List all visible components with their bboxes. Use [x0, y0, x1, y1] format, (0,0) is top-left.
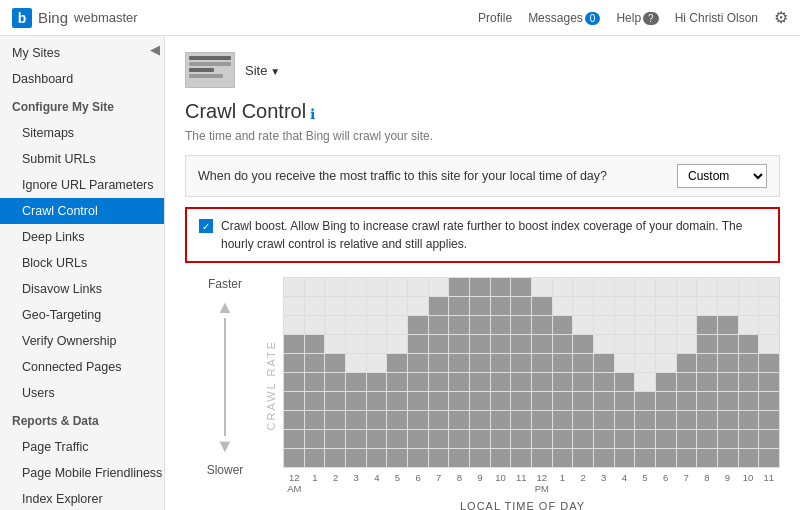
chart-cell[interactable]: [759, 373, 779, 391]
chart-cell[interactable]: [553, 335, 573, 353]
chart-cell[interactable]: [346, 278, 366, 296]
chart-cell[interactable]: [305, 411, 325, 429]
chart-cell[interactable]: [615, 373, 635, 391]
traffic-dropdown[interactable]: Custom Morning Afternoon Evening Night: [677, 164, 767, 188]
chart-cell[interactable]: [594, 392, 614, 410]
chart-cell[interactable]: [739, 316, 759, 334]
chart-cell[interactable]: [491, 449, 511, 467]
chart-cell[interactable]: [635, 316, 655, 334]
chart-cell[interactable]: [573, 278, 593, 296]
chart-cell[interactable]: [656, 297, 676, 315]
sidebar-item-configure-my-site[interactable]: Configure My Site: [0, 92, 164, 120]
chart-cell[interactable]: [615, 392, 635, 410]
chart-cell[interactable]: [346, 449, 366, 467]
chart-cell[interactable]: [284, 449, 304, 467]
chart-cell[interactable]: [408, 297, 428, 315]
chart-cell[interactable]: [284, 354, 304, 372]
chart-cell[interactable]: [449, 297, 469, 315]
chart-cell[interactable]: [325, 316, 345, 334]
chart-cell[interactable]: [325, 297, 345, 315]
chart-cell[interactable]: [325, 449, 345, 467]
sidebar-item-page-mobile-friendliness[interactable]: Page Mobile Friendliness: [0, 460, 164, 486]
chart-cell[interactable]: [429, 411, 449, 429]
chart-cell[interactable]: [697, 373, 717, 391]
chart-cell[interactable]: [615, 297, 635, 315]
chart-cell[interactable]: [305, 297, 325, 315]
chart-cell[interactable]: [470, 297, 490, 315]
sidebar-item-sitemaps[interactable]: Sitemaps: [0, 120, 164, 146]
chart-cell[interactable]: [697, 297, 717, 315]
chart-cell[interactable]: [367, 392, 387, 410]
site-name[interactable]: Site: [245, 63, 280, 78]
chart-cell[interactable]: [759, 411, 779, 429]
chart-cell[interactable]: [718, 316, 738, 334]
chart-cell[interactable]: [718, 373, 738, 391]
chart-cell[interactable]: [367, 449, 387, 467]
chart-cell[interactable]: [553, 278, 573, 296]
sidebar-item-geo-targeting[interactable]: Geo-Targeting: [0, 302, 164, 328]
chart-cell[interactable]: [491, 278, 511, 296]
chart-cell[interactable]: [284, 335, 304, 353]
chart-cell[interactable]: [511, 297, 531, 315]
chart-cell[interactable]: [367, 411, 387, 429]
chart-cell[interactable]: [429, 316, 449, 334]
sidebar-item-disavow-links[interactable]: Disavow Links: [0, 276, 164, 302]
chart-cell[interactable]: [449, 392, 469, 410]
chart-cell[interactable]: [387, 430, 407, 448]
chart-cell[interactable]: [346, 411, 366, 429]
chart-cell[interactable]: [615, 430, 635, 448]
chart-cell[interactable]: [739, 354, 759, 372]
chart-cell[interactable]: [429, 278, 449, 296]
chart-cell[interactable]: [718, 392, 738, 410]
chart-cell[interactable]: [305, 354, 325, 372]
chart-cell[interactable]: [594, 449, 614, 467]
chart-cell[interactable]: [449, 335, 469, 353]
chart-cell[interactable]: [677, 449, 697, 467]
chart-cell[interactable]: [573, 316, 593, 334]
chart-cell[interactable]: [408, 373, 428, 391]
chart-cell[interactable]: [635, 449, 655, 467]
chart-cell[interactable]: [677, 411, 697, 429]
chart-cell[interactable]: [511, 430, 531, 448]
chart-cell[interactable]: [635, 297, 655, 315]
chart-cell[interactable]: [594, 316, 614, 334]
chart-cell[interactable]: [656, 449, 676, 467]
chart-cell[interactable]: [346, 392, 366, 410]
chart-cell[interactable]: [656, 430, 676, 448]
chart-cell[interactable]: [511, 392, 531, 410]
chart-cell[interactable]: [346, 373, 366, 391]
sidebar-item-deep-links[interactable]: Deep Links: [0, 224, 164, 250]
chart-cell[interactable]: [739, 373, 759, 391]
chart-cell[interactable]: [635, 373, 655, 391]
sidebar-item-submit-urls[interactable]: Submit URLs: [0, 146, 164, 172]
chart-cell[interactable]: [470, 354, 490, 372]
chart-cell[interactable]: [346, 297, 366, 315]
chart-cell[interactable]: [532, 411, 552, 429]
chart-cell[interactable]: [553, 354, 573, 372]
chart-cell[interactable]: [656, 392, 676, 410]
chart-cell[interactable]: [635, 411, 655, 429]
chart-cell[interactable]: [759, 354, 779, 372]
chart-cell[interactable]: [677, 430, 697, 448]
chart-cell[interactable]: [387, 373, 407, 391]
profile-link[interactable]: Profile: [478, 11, 512, 25]
chart-cell[interactable]: [449, 411, 469, 429]
chart-cell[interactable]: [511, 373, 531, 391]
chart-cell[interactable]: [284, 316, 304, 334]
chart-cell[interactable]: [759, 392, 779, 410]
chart-cell[interactable]: [656, 373, 676, 391]
chart-cell[interactable]: [367, 316, 387, 334]
chart-cell[interactable]: [739, 411, 759, 429]
chart-cell[interactable]: [532, 335, 552, 353]
chart-cell[interactable]: [759, 335, 779, 353]
chart-cell[interactable]: [491, 430, 511, 448]
chart-cell[interactable]: [305, 316, 325, 334]
chart-cell[interactable]: [511, 335, 531, 353]
chart-cell[interactable]: [677, 297, 697, 315]
chart-cell[interactable]: [408, 316, 428, 334]
settings-icon[interactable]: ⚙: [774, 8, 788, 27]
sidebar-item-page-traffic[interactable]: Page Traffic: [0, 434, 164, 460]
chart-cell[interactable]: [739, 449, 759, 467]
chart-cell[interactable]: [470, 392, 490, 410]
help-link[interactable]: Help?: [616, 11, 658, 25]
